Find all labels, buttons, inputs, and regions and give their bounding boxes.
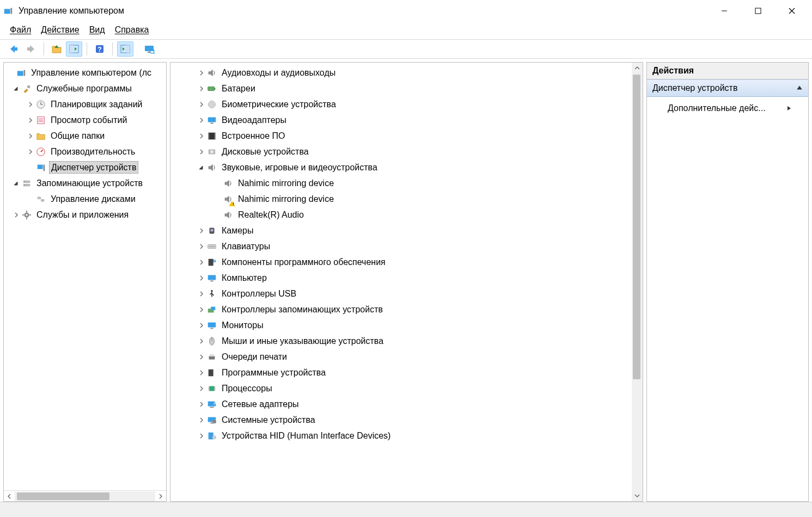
expander-icon[interactable] [197,289,206,299]
clock-icon [35,99,46,110]
menu-view[interactable]: Вид [89,25,105,35]
expander-icon[interactable] [197,273,206,283]
scan-hardware-button[interactable] [141,41,157,57]
expander-icon[interactable] [11,210,21,220]
expander-icon[interactable] [197,336,206,346]
forward-button[interactable] [23,41,39,57]
expander-icon[interactable] [197,399,206,409]
svg-text:?: ? [97,45,102,53]
category-audio-io[interactable]: Аудиовходы и аудиовыходы [170,65,631,81]
tree-disk-management[interactable]: Управление дисками [4,191,166,207]
expander-icon[interactable] [197,321,206,330]
tree-label: Компоненты программного обеспечения [221,256,387,268]
expander-icon[interactable] [26,115,35,125]
expander-icon[interactable] [26,131,35,141]
expander-icon[interactable] [197,305,206,315]
tree-task-scheduler[interactable]: Планировщик заданий [4,96,166,112]
scroll-down-icon[interactable] [632,490,643,501]
category-firmware[interactable]: Встроенное ПО [170,128,631,144]
expander-icon[interactable] [197,163,206,173]
device-realtek[interactable]: Realtek(R) Audio [170,207,631,223]
more-actions-link[interactable]: Дополнительные дейс... [652,101,803,115]
minimize-button[interactable] [707,1,741,21]
category-usb-controllers[interactable]: Контроллеры USB [170,286,631,301]
expander-icon[interactable] [197,352,206,362]
scroll-up-icon[interactable] [632,63,643,73]
expander-icon[interactable] [197,415,206,425]
tree-event-viewer[interactable]: Просмотр событий [4,112,166,128]
collapse-icon[interactable] [796,83,803,93]
expander-icon[interactable] [197,257,206,267]
scrollbar-track[interactable] [632,73,643,490]
expander-icon[interactable] [197,100,206,109]
up-folder-button[interactable] [48,41,65,57]
device-nahimic-1[interactable]: Nahimic mirroring device [170,175,631,191]
console-tree[interactable]: Управление компьютером (лс Служебные про… [4,63,166,490]
category-biometric[interactable]: Биометрические устройства [170,96,631,112]
category-keyboards[interactable]: Клавиатуры [170,238,631,254]
scrollbar-thumb[interactable] [633,75,640,379]
expander-icon[interactable] [197,242,206,251]
category-storage-controllers[interactable]: Контроллеры запоминающих устройств [170,301,631,317]
tree-performance[interactable]: Производительность [4,144,166,159]
software-device-icon [206,367,217,378]
tree-storage[interactable]: Запоминающие устройств [4,175,166,191]
category-hid[interactable]: Устройства HID (Human Interface Devices) [170,428,631,444]
expander-icon[interactable] [197,226,206,236]
category-print-queues[interactable]: Очереди печати [170,349,631,365]
category-cameras[interactable]: Камеры [170,223,631,238]
expander-icon[interactable] [26,100,35,109]
expander-icon[interactable] [197,431,206,441]
expander-icon[interactable] [197,147,206,157]
expander-icon[interactable] [197,368,206,378]
show-actions-pane-button[interactable] [117,41,133,57]
menu-help[interactable]: Справка [115,25,149,35]
category-disk-drives[interactable]: Дисковые устройства [170,144,631,159]
device-tree[interactable]: Аудиовходы и аудиовыходы Батареи Биометр… [170,63,643,501]
tree-label: Мониторы [221,319,265,331]
scrollbar-track[interactable] [15,491,155,501]
storage-controller-icon [206,304,217,315]
maximize-button[interactable] [741,1,775,21]
expander-icon[interactable] [197,131,206,141]
expander-icon[interactable] [197,68,206,78]
expander-icon[interactable] [197,84,206,94]
horizontal-scrollbar[interactable] [4,490,166,501]
scroll-left-icon[interactable] [4,491,15,502]
menu-file[interactable]: Файл [10,25,31,35]
tree-root[interactable]: Управление компьютером (лс [4,65,166,81]
back-button[interactable] [5,41,22,57]
tree-shared-folders[interactable]: Общие папки [4,128,166,144]
category-mice[interactable]: Мыши и иные указывающие устройства [170,333,631,349]
expander-icon[interactable] [197,115,206,125]
scroll-right-icon[interactable] [155,491,166,502]
menu-action[interactable]: Действие [41,25,79,35]
help-button[interactable]: ? [91,41,108,57]
actions-section-title[interactable]: Диспетчер устройств [647,79,808,97]
tree-services-apps[interactable]: Службы и приложения [4,207,166,223]
tree-system-tools[interactable]: Служебные программы [4,81,166,96]
close-button[interactable] [775,1,809,21]
expander-icon[interactable] [11,179,21,188]
scrollbar-thumb[interactable] [17,493,109,500]
category-sound-video-game[interactable]: Звуковые, игровые и видеоустройства [170,159,631,175]
category-computer[interactable]: Компьютер [170,270,631,286]
actions-header: Действия [647,63,808,79]
category-network-adapters[interactable]: Сетевые адаптеры [170,396,631,412]
device-nahimic-2[interactable]: Nahimic mirroring device [170,191,631,207]
battery-icon [206,83,217,94]
category-software-devices[interactable]: Программные устройства [170,365,631,380]
category-monitors[interactable]: Мониторы [170,317,631,333]
category-system-devices[interactable]: Системные устройства [170,412,631,428]
expander-icon[interactable] [11,84,21,94]
fingerprint-icon [206,99,217,110]
category-processors[interactable]: Процессоры [170,380,631,396]
category-batteries[interactable]: Батареи [170,81,631,96]
category-video-adapters[interactable]: Видеоадаптеры [170,112,631,128]
vertical-scrollbar[interactable] [632,63,643,501]
expander-icon[interactable] [26,147,35,157]
show-hide-tree-button[interactable] [66,41,82,57]
tree-device-manager[interactable]: Диспетчер устройств [4,159,166,175]
expander-icon[interactable] [197,384,206,393]
category-software-components[interactable]: Компоненты программного обеспечения [170,254,631,270]
